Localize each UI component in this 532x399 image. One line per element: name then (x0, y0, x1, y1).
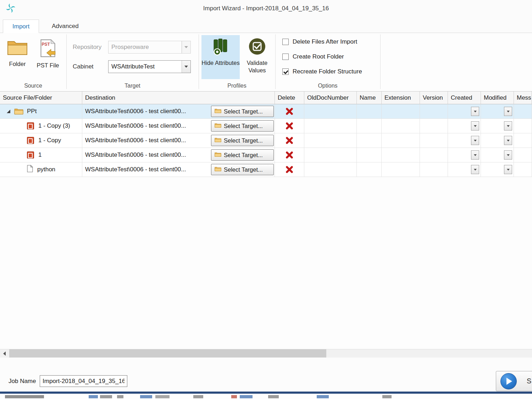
create-root-folder-checkbox[interactable] (282, 54, 289, 60)
select-target-button[interactable]: Select Target... (211, 135, 274, 146)
pst-file-button[interactable]: PST PST File (34, 35, 62, 69)
destination-cell[interactable]: WSAttributeTest\0006 - test client00... … (82, 104, 275, 119)
option-delete-files[interactable]: Delete Files After Import (282, 38, 357, 45)
clipped-content-fragment (89, 395, 98, 398)
clipped-content-fragment (268, 395, 279, 398)
validate-values-button[interactable]: Validate Values (243, 35, 272, 79)
column-header-message[interactable]: Mess (514, 92, 532, 104)
validate-values-icon (249, 38, 266, 56)
source-cell[interactable]: 1 - Copy (0, 133, 82, 148)
column-header-source[interactable]: Source File/Folder (0, 92, 82, 104)
olddocnumber-cell (304, 133, 357, 148)
select-target-button[interactable]: Select Target... (211, 106, 274, 117)
delete-files-checkbox[interactable] (282, 39, 289, 45)
column-header-extension[interactable]: Extension (382, 92, 420, 104)
profiles-group-label: Profiles (199, 83, 275, 90)
table-row[interactable]: 1 WSAttributeTest\0006 - test client00..… (0, 148, 532, 162)
created-cell (448, 133, 481, 148)
powerpoint-file-icon (27, 151, 34, 159)
table-row[interactable]: 1 - Copy (3) WSAttributeTest\0006 - test… (0, 119, 532, 133)
modified-dropdown[interactable] (504, 150, 512, 160)
modified-dropdown[interactable] (504, 165, 512, 174)
delete-row-icon[interactable] (286, 137, 293, 144)
job-name-input[interactable] (40, 375, 127, 387)
destination-cell[interactable]: WSAttributeTest\0006 - test client00... … (82, 119, 275, 133)
group-divider (275, 34, 276, 89)
option-create-root-folder[interactable]: Create Root Folder (282, 53, 344, 60)
column-header-version[interactable]: Version (420, 92, 448, 104)
table-row[interactable]: 1 - Copy WSAttributeTest\0006 - test cli… (0, 133, 532, 148)
folder-source-button[interactable]: Folder (5, 35, 30, 67)
folder-icon (215, 137, 221, 144)
powerpoint-file-icon (27, 122, 34, 129)
delete-cell (275, 119, 304, 133)
created-dropdown[interactable] (471, 121, 479, 131)
select-target-button[interactable]: Select Target... (211, 120, 274, 132)
source-label: 1 (38, 151, 41, 159)
recreate-folder-structure-checkbox[interactable] (282, 68, 289, 75)
modified-dropdown[interactable] (504, 136, 512, 145)
delete-row-icon[interactable] (286, 122, 293, 130)
tab-import[interactable]: Import (3, 20, 39, 33)
column-header-delete[interactable]: Delete (275, 92, 304, 104)
created-dropdown[interactable] (471, 165, 479, 174)
scrollbar-thumb[interactable] (9, 349, 326, 358)
select-target-button[interactable]: Select Target... (211, 149, 274, 161)
tab-advanced[interactable]: Advanced (43, 20, 88, 33)
modified-dropdown[interactable] (504, 107, 512, 116)
cabinet-label: Cabinet (73, 63, 94, 70)
start-button-label: S (527, 377, 531, 385)
created-dropdown[interactable] (471, 150, 479, 160)
table-row[interactable]: python WSAttributeTest\0006 - test clien… (0, 162, 532, 177)
cabinet-dropdown[interactable]: WSAttributeTest (108, 60, 191, 73)
column-header-created[interactable]: Created (448, 92, 481, 104)
delete-row-icon[interactable] (286, 166, 293, 173)
folder-icon (215, 123, 221, 129)
start-button[interactable]: S (496, 371, 532, 391)
select-target-button[interactable]: Select Target... (211, 164, 274, 175)
created-dropdown[interactable] (471, 107, 479, 116)
import-grid: Source File/Folder Destination Delete Ol… (0, 92, 532, 349)
source-cell[interactable]: 1 - Copy (3) (0, 119, 82, 133)
source-cell[interactable]: python (0, 162, 82, 177)
destination-cell[interactable]: WSAttributeTest\0006 - test client00... … (82, 133, 275, 148)
delete-cell (275, 148, 304, 162)
column-header-modified[interactable]: Modified (481, 92, 514, 104)
source-label: python (37, 166, 55, 173)
source-cell[interactable]: PPt (0, 104, 82, 119)
olddocnumber-cell (304, 119, 357, 133)
extension-cell (382, 119, 420, 133)
destination-cell[interactable]: WSAttributeTest\0006 - test client00... … (82, 148, 275, 162)
clipped-background-content (0, 394, 532, 399)
source-label: PPt (27, 108, 37, 115)
group-divider (380, 34, 381, 89)
name-cell (357, 119, 382, 133)
scroll-left-arrow-icon[interactable] (0, 349, 9, 358)
clipped-content-fragment (317, 395, 329, 398)
expand-toggle-icon[interactable] (7, 110, 11, 113)
column-header-name[interactable]: Name (357, 92, 382, 104)
modified-dropdown[interactable] (504, 121, 512, 131)
version-cell (420, 148, 448, 162)
table-row[interactable]: PPt WSAttributeTest\0006 - test client00… (0, 104, 532, 119)
dropdown-arrow-icon[interactable] (182, 61, 190, 73)
repository-dropdown[interactable]: Prosperoware (108, 41, 191, 54)
job-name-label: Job Name (9, 378, 36, 385)
column-header-olddocnumber[interactable]: OldDocNumber (304, 92, 357, 104)
modified-cell (481, 148, 514, 162)
delete-cell (275, 162, 304, 177)
delete-row-icon[interactable] (286, 107, 293, 115)
destination-cell[interactable]: WSAttributeTest\0006 - test client00... … (82, 162, 275, 177)
horizontal-scrollbar[interactable] (0, 349, 532, 358)
hide-attributes-button[interactable]: Hide Attributes (201, 35, 240, 79)
column-header-destination[interactable]: Destination (82, 92, 275, 104)
extension-cell (382, 104, 420, 119)
clipped-content-fragment (231, 395, 237, 398)
created-dropdown[interactable] (471, 136, 479, 145)
option-recreate-folder-structure[interactable]: Recreate Folder Structure (282, 68, 362, 75)
pst-file-icon: PST (40, 39, 56, 59)
extension-cell (382, 162, 420, 177)
source-cell[interactable]: 1 (0, 148, 82, 162)
delete-row-icon[interactable] (286, 151, 293, 159)
destination-text: WSAttributeTest\0006 - test client00... (85, 108, 186, 115)
